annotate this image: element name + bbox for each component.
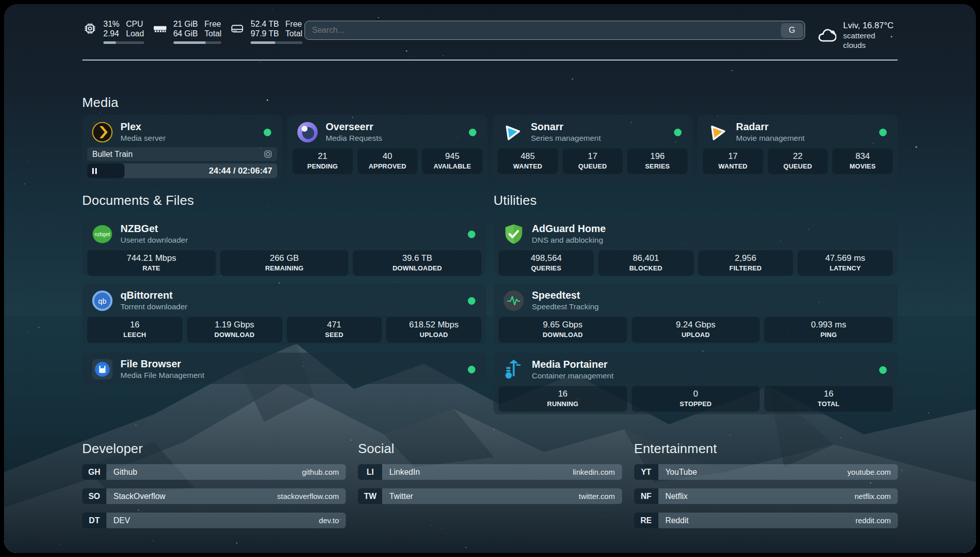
service-card-speedtest[interactable]: Speedtest Speedtest Tracking 9.65 Gbps D…: [494, 284, 898, 345]
bookmark-dev[interactable]: DT DEV dev.to: [82, 513, 346, 528]
bookmark-url: netflix.com: [854, 492, 891, 500]
cloud-icon: [817, 27, 836, 44]
cpu-progress-bar: [103, 41, 144, 44]
media-section-title: Media: [82, 94, 898, 111]
bookmark-abbr: LI: [358, 464, 382, 480]
status-dot: [468, 366, 475, 373]
disk-total-label: Total: [285, 29, 302, 38]
bookmark-name: Twitter: [389, 492, 413, 501]
service-card-overseerr[interactable]: Overseerr Media Requests 21 PENDING 40 A…: [287, 115, 487, 182]
app-desc: Movie management: [736, 134, 805, 143]
svg-text:nzbget: nzbget: [95, 232, 110, 237]
now-playing-title-row: Bullet Train: [87, 147, 277, 161]
disk-stat-widget: 52.4 TB 97.9 TB Free Total: [230, 19, 302, 44]
top-bar: 31% 2.94 CPU Load: [82, 18, 898, 51]
stat-upload: 618.52 Mbps UPLOAD: [386, 317, 481, 343]
service-card-plex[interactable]: Plex Media server Bullet Train: [82, 115, 282, 182]
service-card-nzbget[interactable]: nzbget NZBGet Usenet downloader 744.21 M…: [82, 217, 486, 275]
service-card-qbittorrent[interactable]: qb qBittorrent Torrent downloader 16 LEE…: [82, 284, 486, 345]
service-card-adguard[interactable]: AdGuard Home DNS and adblocking 498,564 …: [494, 217, 898, 275]
qbittorrent-icon: qb: [91, 290, 113, 312]
app-desc: Media File Management: [120, 371, 204, 380]
bookmark-url: github.com: [302, 468, 339, 476]
social-group-title: Social: [358, 440, 622, 457]
service-card-filebrowser[interactable]: File Browser Media File Management: [82, 353, 486, 384]
app-name: AdGuard Home: [532, 223, 606, 235]
bookmark-stackoverflow[interactable]: SO StackOverflow stackoverflow.com: [82, 488, 346, 504]
bookmark-name: DEV: [113, 516, 130, 525]
stat-queries: 498,564 QUERIES: [499, 250, 594, 276]
bookmark-url: linkedin.com: [573, 468, 615, 476]
topbar-divider: [82, 60, 898, 61]
ram-total-value: 64 GiB: [173, 29, 198, 38]
ram-free-label: Free: [205, 19, 222, 29]
ram-icon: [153, 22, 167, 35]
search-input[interactable]: [305, 26, 781, 35]
stat-download: 9.65 Gbps DOWNLOAD: [499, 317, 627, 343]
cpu-stat-widget: 31% 2.94 CPU Load: [83, 19, 144, 44]
status-dot: [264, 129, 271, 136]
service-card-portainer[interactable]: Media Portainer Container management 16 …: [494, 353, 898, 414]
app-name: Media Portainer: [532, 359, 614, 370]
documents-section-title: Documents & Files: [82, 192, 486, 209]
bookmark-twitter[interactable]: TW Twitter twitter.com: [358, 488, 622, 504]
weather-condition: scattered clouds: [843, 31, 898, 50]
app-name: Overseerr: [326, 121, 382, 133]
bookmark-url: reddit.com: [855, 516, 891, 525]
ram-progress-bar: [173, 41, 222, 44]
stat-available: 945 AVAILABLE: [422, 148, 482, 174]
overseerr-icon: [296, 121, 319, 143]
dashboard-root: 31% 2.94 CPU Load: [4, 4, 976, 553]
service-card-sonarr[interactable]: Sonarr Series management 485 WANTED 17 Q…: [493, 115, 693, 182]
search-provider-button[interactable]: G: [781, 23, 803, 38]
bookmark-name: Reddit: [665, 516, 689, 525]
stat-series: 196 SERIES: [627, 148, 688, 174]
search-bar: G: [304, 21, 805, 40]
bookmark-group-social: Social LI LinkedIn linkedin.com TW Twitt…: [358, 440, 622, 537]
stat-approved: 40 APPROVED: [357, 148, 418, 174]
service-card-radarr[interactable]: Radarr Movie management 17 WANTED 22 QUE…: [698, 115, 898, 182]
status-dot: [468, 231, 475, 238]
app-name: Plex: [120, 121, 166, 133]
status-dot: [674, 129, 682, 136]
ram-free-value: 21 GiB: [173, 19, 198, 29]
bookmark-abbr: YT: [634, 464, 658, 480]
stat-filtered: 2,956 FILTERED: [698, 250, 793, 276]
stat-movies: 834 MOVIES: [832, 148, 893, 174]
now-playing-icon[interactable]: [264, 150, 272, 158]
bookmark-netflix[interactable]: NF Netflix netflix.com: [634, 488, 898, 504]
pause-icon[interactable]: [92, 168, 97, 174]
app-desc: Torrent downloader: [120, 302, 188, 312]
stat-upload: 9.24 Gbps UPLOAD: [632, 317, 760, 343]
stat-pending: 21 PENDING: [292, 148, 353, 174]
section-documents-files: Documents & Files nzbget NZBGet Usenet d…: [82, 192, 486, 414]
section-utilities: Utilities AdGuard Home DNS and adbloc: [494, 192, 898, 414]
bookmark-linkedin[interactable]: LI LinkedIn linkedin.com: [358, 464, 622, 480]
bookmark-reddit[interactable]: RE Reddit reddit.com: [634, 513, 898, 528]
app-name: Speedtest: [532, 290, 599, 301]
cpu-icon: [83, 22, 97, 35]
status-dot: [879, 366, 887, 374]
disk-total-value: 97.9 TB: [251, 29, 279, 38]
bookmark-url: youtube.com: [847, 468, 891, 476]
status-dot: [468, 297, 475, 305]
stat-downloaded: 39.6 TB DOWNLOADED: [353, 250, 481, 276]
stat-leech: 16 LEECH: [87, 317, 182, 343]
bookmark-name: StackOverflow: [113, 492, 165, 501]
bookmark-name: YouTube: [665, 468, 697, 477]
speedtest-icon: [503, 290, 525, 312]
bookmark-abbr: RE: [634, 513, 658, 528]
filebrowser-icon: [91, 358, 113, 380]
app-name: File Browser: [120, 358, 204, 370]
svg-text:qb: qb: [98, 297, 106, 305]
status-dot: [469, 129, 476, 136]
stat-running: 16 RUNNING: [499, 386, 627, 412]
app-name: Sonarr: [531, 121, 601, 133]
bookmark-github[interactable]: GH Github github.com: [82, 464, 346, 480]
app-desc: Container management: [532, 371, 614, 381]
app-desc: Media server: [120, 134, 166, 143]
bookmark-youtube[interactable]: YT YouTube youtube.com: [634, 464, 898, 480]
bookmark-name: Github: [113, 468, 137, 477]
disk-progress-bar: [251, 41, 302, 44]
app-desc: Usenet downloader: [120, 236, 188, 245]
